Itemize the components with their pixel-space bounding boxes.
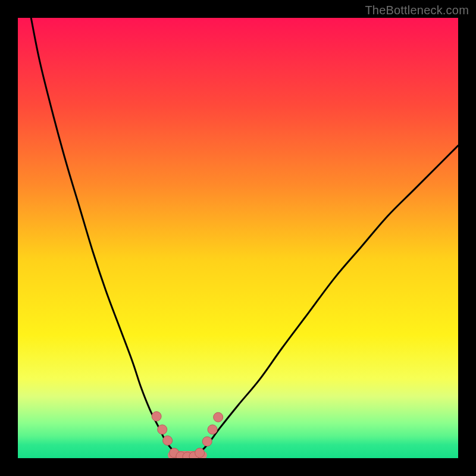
plot-area: [18, 18, 458, 458]
marker-point: [163, 436, 173, 445]
series-left-curve: [31, 18, 181, 458]
marker-point: [158, 425, 167, 434]
curves-layer: [18, 18, 458, 458]
marker-point: [195, 448, 205, 458]
series-right-curve: [194, 146, 458, 458]
marker-point: [152, 412, 161, 421]
marker-point: [202, 437, 212, 446]
watermark-text: TheBottleneck.com: [365, 4, 469, 17]
marker-point: [208, 425, 217, 434]
chart-frame: TheBottleneck.com: [0, 0, 476, 476]
marker-point: [214, 412, 223, 422]
